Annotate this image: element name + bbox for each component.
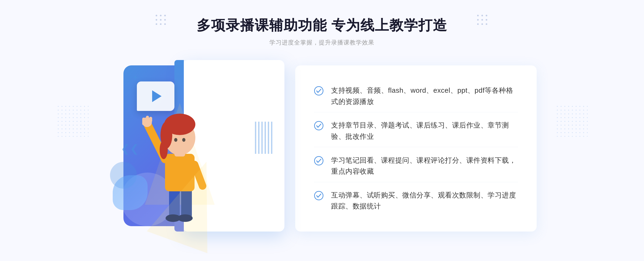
feature-item-1: 支持视频、音频、flash、word、excel、ppt、pdf等各种格式的资源…	[314, 80, 518, 112]
dots-decoration-left	[56, 105, 89, 137]
sparkle-decoration	[133, 75, 138, 80]
svg-point-22	[314, 191, 323, 200]
header-decoration-left	[156, 15, 167, 26]
svg-point-14	[182, 138, 185, 142]
svg-point-21	[314, 156, 323, 165]
svg-rect-17	[146, 116, 149, 122]
check-icon-1	[314, 86, 324, 96]
svg-rect-16	[142, 118, 145, 125]
feature-item-2: 支持章节目录、弹题考试、课后练习、课后作业、章节测验、批改作业	[314, 115, 518, 147]
svg-point-12	[160, 140, 168, 159]
play-icon	[152, 90, 162, 102]
feature-item-4: 互动弹幕、试听购买、微信分享、观看次数限制、学习进度跟踪、数据统计	[314, 185, 518, 217]
decoration-stripes	[255, 122, 274, 154]
page-title: 多项录播课辅助功能 专为线上教学打造	[197, 16, 447, 35]
feature-text-4: 互动弹幕、试听购买、微信分享、观看次数限制、学习进度跟踪、数据统计	[331, 190, 518, 212]
check-icon-3	[314, 156, 324, 166]
svg-point-19	[314, 87, 323, 95]
feature-text-2: 支持章节目录、弹题考试、课后练习、课后作业、章节测验、批改作业	[331, 120, 518, 142]
check-icon-4	[314, 191, 324, 200]
header-title-row: 多项录播课辅助功能 专为线上教学打造	[197, 16, 447, 35]
svg-rect-18	[149, 117, 152, 122]
feature-text-1: 支持视频、音频、flash、word、excel、ppt、pdf等各种格式的资源…	[331, 85, 518, 107]
header-decoration-right	[477, 15, 488, 26]
page-subtitle: 学习进度全掌握，提升录播课教学效果	[197, 39, 447, 47]
page-container: 多项录播课辅助功能 专为线上教学打造 学习进度全掌握，提升录播课教学效果	[0, 0, 644, 261]
svg-point-13	[174, 138, 177, 142]
svg-point-20	[314, 121, 323, 130]
content-area: ❮❮ 支持视频、音频、flash、word、excel、ppt、pdf等各种格式…	[107, 55, 537, 242]
feature-text-3: 学习笔记回看、课程提问、课程评论打分、课件资料下载，重点内容收藏	[331, 155, 518, 177]
features-panel: 支持视频、音频、flash、word、excel、ppt、pdf等各种格式的资源…	[295, 65, 537, 232]
check-icon-2	[314, 121, 324, 130]
chevron-left-icon[interactable]: ❮❮	[121, 142, 139, 155]
dots-decoration-right	[555, 105, 588, 137]
feature-item-3: 学习笔记回看、课程提问、课程评论打分、课件资料下载，重点内容收藏	[314, 150, 518, 182]
header-section: 多项录播课辅助功能 专为线上教学打造 学习进度全掌握，提升录播课教学效果	[197, 0, 447, 55]
